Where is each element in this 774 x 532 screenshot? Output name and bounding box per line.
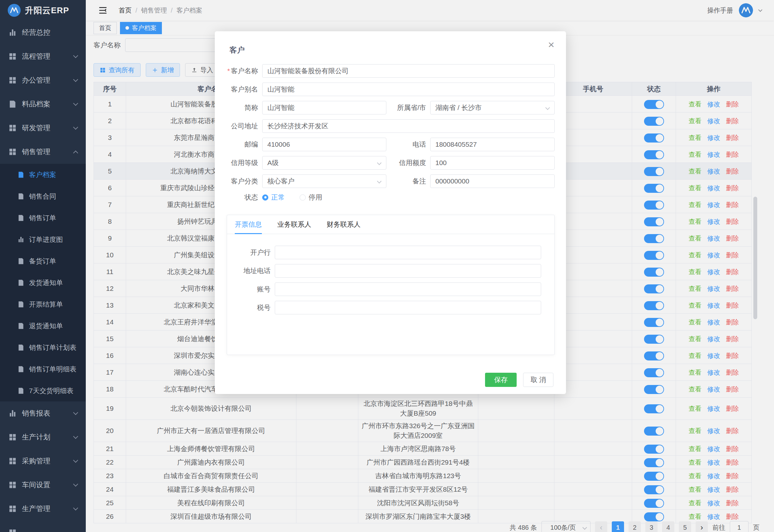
category-value: 核心客户 (267, 177, 294, 186)
card-tabs: 开票信息 业务联系人 财务联系人 (227, 215, 554, 234)
province-select[interactable]: 湖南省 / 长沙市 (430, 101, 555, 114)
credit-level-value: A级 (267, 158, 279, 167)
required-asterisk: * (227, 67, 230, 74)
chevron-down-icon (377, 161, 382, 165)
bank-address-phone-input[interactable] (275, 264, 541, 278)
radio-label-disabled: 停用 (309, 193, 322, 202)
tab-finance-contact[interactable]: 财务联系人 (327, 215, 361, 234)
customer-name-input[interactable] (262, 64, 555, 78)
field-label-remark: 备注 (386, 177, 430, 186)
close-icon[interactable]: × (548, 39, 554, 50)
customer-category-select[interactable]: 核心客户 (262, 174, 386, 188)
field-label-bank: 开户行 (227, 248, 275, 257)
dialog-title: 客户 (229, 45, 245, 55)
field-label-category: 客户分类 (215, 177, 262, 186)
radio-label-normal: 正常 (271, 193, 285, 202)
credit-level-select[interactable]: A级 (262, 156, 386, 170)
status-radio-disabled[interactable]: 停用 (300, 193, 322, 202)
tab-invoice-info[interactable]: 开票信息 (235, 215, 262, 234)
credit-limit-input[interactable] (430, 156, 555, 170)
phone-input[interactable] (430, 138, 555, 151)
field-label-short: 简称 (215, 103, 262, 112)
company-address-input[interactable] (262, 119, 555, 133)
field-label-zip: 邮编 (215, 140, 262, 149)
province-value: 湖南省 / 长沙市 (435, 103, 482, 112)
field-label-status: 状态 (215, 193, 262, 202)
field-label-tax-number: 税号 (227, 303, 275, 312)
radio-unselected-icon (300, 194, 306, 201)
field-label-phone: 电话 (386, 140, 430, 149)
account-number-input[interactable] (275, 282, 541, 296)
field-label-alias: 客户别名 (215, 85, 262, 94)
chevron-down-icon (377, 179, 382, 183)
customer-dialog: × 客户 *客户名称 客户别名 简称 所属省/市 湖南省 / 长沙市 (215, 31, 566, 394)
save-button[interactable]: 保存 (485, 373, 517, 387)
radio-selected-icon (262, 194, 268, 201)
short-name-input[interactable] (262, 101, 386, 114)
field-label-province: 所属省/市 (386, 103, 430, 112)
cancel-button[interactable]: 取 消 (523, 373, 553, 387)
invoice-form: 开户行 地址电话 账号 税号 (227, 234, 554, 314)
field-label-account-number: 账号 (227, 285, 275, 294)
zip-code-input[interactable] (262, 138, 386, 151)
remark-input[interactable] (430, 174, 555, 188)
app-root: 升阳云ERP 经营总控流程管理办公管理料品档案研发管理销售管理客户档案销售合同销… (0, 0, 774, 532)
customer-form: *客户名称 客户别名 简称 所属省/市 湖南省 / 长沙市 (215, 64, 566, 207)
field-label-company-address: 公司地址 (215, 122, 262, 131)
tab-business-contact[interactable]: 业务联系人 (277, 215, 311, 234)
status-radio-normal[interactable]: 正常 (262, 193, 285, 202)
invoice-info-card: 开票信息 业务联系人 财务联系人 开户行 地址电话 账号 (227, 215, 555, 355)
bank-name-input[interactable] (275, 246, 541, 259)
field-label-bank-address-phone: 地址电话 (227, 266, 275, 275)
modal-backdrop: × 客户 *客户名称 客户别名 简称 所属省/市 湖南省 / 长沙市 (0, 0, 774, 532)
field-label-credit-level: 信用等级 (215, 158, 262, 167)
field-label-credit-limit: 信用额度 (386, 158, 430, 167)
customer-alias-input[interactable] (262, 83, 555, 96)
tax-number-input[interactable] (275, 301, 541, 314)
dialog-footer: 保存 取 消 (485, 373, 553, 387)
field-label-name: *客户名称 (215, 66, 262, 75)
chevron-down-icon (545, 105, 550, 110)
